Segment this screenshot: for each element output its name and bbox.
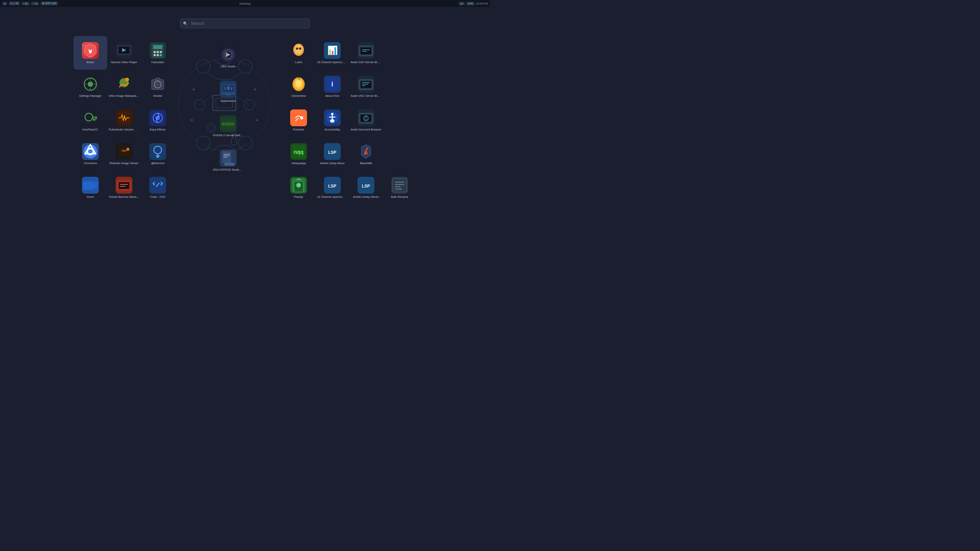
app-label-clementine: Clementine bbox=[291, 94, 306, 98]
app-label-peazip: PeaZip bbox=[294, 195, 303, 199]
app-icon-bulk-rename bbox=[391, 177, 408, 194]
app-row: ZoomVirtual Machine ManagerCode - OSS bbox=[74, 171, 175, 204]
app-item-peazip[interactable]: PeaZip bbox=[282, 171, 315, 204]
app-item-easy-effects[interactable]: Easy Effects bbox=[141, 103, 175, 137]
app-label-postman: Postman bbox=[293, 128, 304, 131]
svg-point-10 bbox=[160, 54, 162, 56]
svg-point-7 bbox=[160, 51, 162, 53]
apps-area: BraveHaruna Video PlayerCalculatorSettin… bbox=[0, 36, 490, 204]
search-icon: 🔍 bbox=[183, 21, 188, 26]
taskbar-time: 04:58 PM bbox=[476, 2, 488, 5]
app-item-avahi-ssh[interactable]: Avahi SSH Server Browser bbox=[349, 36, 383, 70]
app-item-virt-manager[interactable]: Virtual Machine Manager bbox=[107, 171, 141, 204]
svg-point-88 bbox=[296, 47, 298, 50]
svg-rect-128 bbox=[393, 178, 407, 192]
app-item-calculator[interactable]: Calculator bbox=[141, 36, 175, 70]
app-row: PeaZipLSP12 Channel Spectrum AnalyzerLSP… bbox=[282, 171, 416, 204]
taskbar: A ⊡ ◇ ⊞ ↑ 51 ↑ 71 ⊞ 2157 413 Desktop 15 … bbox=[0, 0, 490, 7]
app-label-avahi-zero: Avahi Zeroconf Browser bbox=[351, 128, 381, 131]
app-label-pulse: PulseAudio Volume Control bbox=[109, 128, 139, 131]
search-input[interactable] bbox=[180, 18, 310, 28]
app-icon-qbittorrent bbox=[149, 143, 166, 160]
app-item-haruna[interactable]: Haruna Video Player bbox=[107, 36, 141, 70]
app-item-bleachbit[interactable]: BleachBit bbox=[349, 137, 383, 171]
app-item-artistic-stereo[interactable]: LSPArtistic Delay Stereo bbox=[349, 171, 383, 204]
app-label-accessibility: Accessibility bbox=[325, 128, 340, 131]
app-icon-ristretto bbox=[116, 143, 132, 160]
app-icon-12channel: LSP bbox=[324, 177, 341, 194]
app-icon-chromium bbox=[82, 143, 99, 160]
app-icon-about-xfce: i bbox=[324, 76, 341, 93]
app-row: Settings ManagerGNU Image Manipulation P… bbox=[74, 70, 175, 103]
app-row: nqqNotepadqqLSPArtistic Delay MonoBleach… bbox=[282, 137, 416, 171]
app-icon-onlyoffice bbox=[220, 150, 237, 166]
main-content: 🔍 BraveHaruna Video PlayerCalculatorSett… bbox=[0, 7, 490, 276]
taskbar-badge-15[interactable]: 15 bbox=[459, 2, 465, 5]
app-item-avahi-zero[interactable]: Avahi Zeroconf Browser bbox=[349, 103, 383, 137]
svg-point-8 bbox=[154, 54, 156, 56]
right-column: Lutris📊16 Channel Spectrum AnalyzerAvahi… bbox=[282, 36, 416, 204]
app-icon-settings bbox=[82, 76, 99, 93]
taskbar-badge-mem[interactable]: ⊞ 2157 413 bbox=[41, 2, 58, 5]
taskbar-badge-a[interactable]: A bbox=[2, 2, 7, 5]
svg-point-106 bbox=[300, 116, 303, 119]
app-label-ristretto: Ristretto Image Viewer bbox=[109, 161, 139, 165]
app-icon-artistic-stereo: LSP bbox=[358, 177, 374, 194]
app-item-qbittorrent[interactable]: qBittorrent bbox=[141, 137, 175, 171]
app-row: PostmanAccessibilityAvahi Zeroconf Brows… bbox=[282, 103, 416, 137]
taskbar-badge-utc[interactable]: UTC bbox=[466, 2, 475, 5]
svg-point-123 bbox=[296, 183, 301, 187]
app-item-avahi-vnc[interactable]: Avahi VNC Server Browser bbox=[349, 70, 383, 103]
taskbar-badge-51[interactable]: ↑ 51 bbox=[21, 2, 29, 5]
app-icon-avahi-zero bbox=[358, 109, 374, 126]
app-icon-artistic-mono: LSP bbox=[324, 143, 341, 160]
app-label-keepass: KeePassXC bbox=[83, 128, 98, 131]
svg-point-89 bbox=[299, 47, 301, 50]
app-icon-clementine bbox=[290, 76, 307, 93]
app-item-keepass[interactable]: KeePassXC bbox=[74, 103, 107, 137]
app-row: KeePassXCPulseAudio Volume ControlEasy E… bbox=[74, 103, 175, 137]
app-icon-easy-effects bbox=[149, 109, 166, 126]
app-item-bulk-rename[interactable]: Bulk Rename bbox=[383, 171, 416, 204]
app-label-qbittorrent: qBittorrent bbox=[151, 161, 165, 165]
app-item-lutris[interactable]: Lutris bbox=[282, 36, 315, 70]
app-label-easy-effects: Easy Effects bbox=[150, 128, 166, 131]
app-label-settings: Settings Manager bbox=[79, 94, 102, 98]
svg-point-96 bbox=[296, 80, 302, 87]
app-item-about-xfce[interactable]: iAbout Xfce bbox=[315, 70, 349, 103]
svg-text:nqq: nqq bbox=[294, 149, 304, 155]
app-item-ristretto[interactable]: Ristretto Image Viewer bbox=[107, 137, 141, 171]
app-item-zoom[interactable]: Zoom bbox=[74, 171, 107, 204]
search-container: 🔍 bbox=[180, 18, 310, 28]
app-label-artistic-mono: Artistic Delay Mono bbox=[320, 161, 345, 165]
app-icon-postman bbox=[290, 109, 307, 126]
taskbar-badge-71[interactable]: ↑ 71 bbox=[31, 2, 39, 5]
svg-point-109 bbox=[331, 113, 333, 115]
app-item-code-oss[interactable]: Code - OSS bbox=[141, 171, 175, 204]
app-item-pulse[interactable]: PulseAudio Volume Control bbox=[107, 103, 141, 137]
app-item-onlyoffice[interactable]: ONLYOFFICE Desktop Editors bbox=[215, 147, 242, 174]
app-row: Lutris📊16 Channel Spectrum AnalyzerAvahi… bbox=[282, 36, 416, 70]
app-label-shutter: Shutter bbox=[153, 94, 162, 98]
app-item-clementine[interactable]: Clementine bbox=[282, 70, 315, 103]
app-item-notepadqq[interactable]: nqqNotepadqq bbox=[282, 137, 315, 171]
app-item-settings[interactable]: Settings Manager bbox=[74, 70, 107, 103]
app-item-artistic-mono[interactable]: LSPArtistic Delay Mono bbox=[315, 137, 349, 171]
app-label-chromium: Chromium bbox=[84, 161, 97, 165]
app-item-12channel[interactable]: LSP12 Channel Spectrum Analyzer bbox=[315, 171, 349, 204]
app-item-postman[interactable]: Postman bbox=[282, 103, 315, 137]
app-icon-avahi-vnc bbox=[358, 76, 374, 93]
left-column: BraveHaruna Video PlayerCalculatorSettin… bbox=[74, 36, 175, 204]
app-label-virt-manager: Virtual Machine Manager bbox=[109, 195, 139, 199]
app-item-gimp[interactable]: GNU Image Manipulation Program bbox=[107, 70, 141, 103]
app-item-chromium[interactable]: Chromium bbox=[74, 137, 107, 171]
app-item-accessibility[interactable]: Accessibility bbox=[315, 103, 349, 137]
app-item-shutter[interactable]: Shutter bbox=[141, 70, 175, 103]
app-item-brave[interactable]: Brave bbox=[74, 36, 107, 70]
app-row: BraveHaruna Video PlayerCalculator bbox=[74, 36, 175, 70]
app-item-lsp-16[interactable]: 📊16 Channel Spectrum Analyzer bbox=[315, 36, 349, 70]
taskbar-badge-icons[interactable]: ⊡ ◇ ⊞ bbox=[9, 2, 20, 5]
app-icon-keepass bbox=[82, 109, 99, 126]
app-label-calculator: Calculator bbox=[151, 60, 164, 64]
app-icon-bleachbit bbox=[358, 143, 374, 160]
